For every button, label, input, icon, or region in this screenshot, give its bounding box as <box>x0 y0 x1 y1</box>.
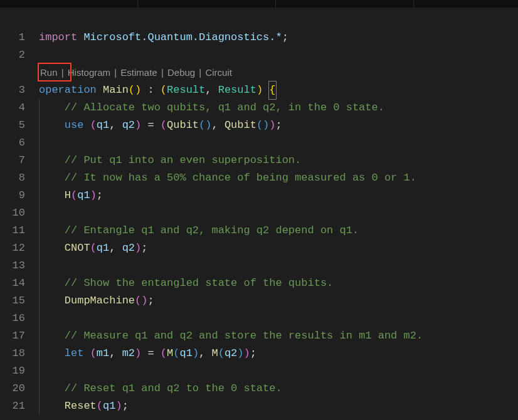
function-call: Qubit <box>225 119 256 131</box>
function-name: Main <box>103 84 129 96</box>
paren-close: ) <box>269 119 275 131</box>
code-line[interactable]: // It now has a 50% chance of being meas… <box>39 169 518 187</box>
indent-guide <box>39 134 40 152</box>
indent-guide <box>39 239 40 257</box>
paren-close: ) <box>135 242 141 254</box>
code-line[interactable] <box>39 204 518 222</box>
code-line[interactable]: // Allocate two qubits, q1 and q2, in th… <box>39 99 518 117</box>
codelens-sep: | <box>112 67 119 78</box>
indent-guide <box>39 275 40 292</box>
paren-close: ) <box>135 119 141 131</box>
code-line[interactable] <box>39 134 518 152</box>
code-line[interactable] <box>39 310 518 327</box>
line-number: 6 <box>0 134 25 152</box>
semicolon: ; <box>122 400 129 412</box>
variable: q2 <box>122 119 135 131</box>
variable: m2 <box>122 347 135 359</box>
indent-guide <box>39 310 40 327</box>
function-call: DumpMachine <box>65 295 135 307</box>
codelens-circuit[interactable]: Circuit <box>205 67 232 78</box>
indent-guide <box>39 222 40 239</box>
paren-open: ( <box>135 295 141 307</box>
paren-close: ) <box>90 189 97 201</box>
paren-close: ) <box>135 347 141 359</box>
code-line[interactable]: // Measure q1 and q2 and store the resul… <box>39 327 518 345</box>
paren-open: ( <box>71 189 77 201</box>
code-line[interactable]: import Microsoft.Quantum.Diagnostics.*; <box>39 29 518 46</box>
code-line[interactable]: // Show the entangled state of the qubit… <box>39 275 518 292</box>
line-number: 19 <box>0 362 25 380</box>
code-line[interactable]: // Put q1 into an even superposition. <box>39 152 518 169</box>
semicolon: ; <box>147 295 154 307</box>
code-line[interactable]: operation Main() : (Result, Result) { <box>39 81 518 99</box>
codelens-run[interactable]: Run <box>40 67 58 78</box>
parens: () <box>129 84 141 96</box>
codelens-sep: | <box>59 67 66 78</box>
indent-guide <box>39 204 40 222</box>
line-number: 2 <box>0 46 25 64</box>
paren-open: ( <box>90 242 97 254</box>
variable: q1 <box>97 242 109 254</box>
code-line[interactable]: Reset(q1); <box>39 397 518 415</box>
line-number: 18 <box>0 345 25 362</box>
comment: // Measure q1 and q2 and store the resul… <box>65 330 423 342</box>
variable: q2 <box>225 347 237 359</box>
paren-open: ( <box>173 347 179 359</box>
code-line[interactable]: // Entangle q1 and q2, making q2 depend … <box>39 222 518 239</box>
indent-guide <box>39 257 40 275</box>
code-line[interactable]: DumpMachine(); <box>39 292 518 310</box>
variable: m1 <box>97 347 109 359</box>
paren-open: ( <box>161 84 167 96</box>
semicolon: ; <box>282 31 288 43</box>
line-number-gutter: 1 2 3 4 5 6 7 8 9 10 11 12 13 14 15 16 1… <box>0 29 39 415</box>
line-number: 5 <box>0 117 25 134</box>
semicolon: ; <box>276 119 282 131</box>
tab-placeholder <box>0 0 138 8</box>
paren-close: ) <box>193 347 199 359</box>
function-call: M <box>167 347 173 359</box>
indent-guide <box>39 187 40 204</box>
code-line[interactable] <box>39 46 518 64</box>
code-line[interactable]: let (m1, m2) = (M(q1), M(q2)); <box>39 345 518 362</box>
variable: q1 <box>77 189 90 201</box>
code-line[interactable] <box>39 362 518 380</box>
code-line[interactable]: H(q1); <box>39 187 518 204</box>
comment: // It now has a 50% chance of being meas… <box>65 172 416 184</box>
variable: q1 <box>97 119 109 131</box>
indent-guide <box>39 380 40 397</box>
line-number: 1 <box>0 29 25 46</box>
line-number: 3 <box>0 81 25 99</box>
code-editor[interactable]: 1 2 3 4 5 6 7 8 9 10 11 12 13 14 15 16 1… <box>0 8 518 415</box>
line-number: 9 <box>0 187 25 204</box>
line-number: 12 <box>0 239 25 257</box>
line-number: 11 <box>0 222 25 239</box>
code-area[interactable]: import Microsoft.Quantum.Diagnostics.*; … <box>39 29 518 415</box>
code-line[interactable] <box>39 257 518 275</box>
code-line[interactable]: use (q1, q2) = (Qubit(), Qubit()); <box>39 117 518 134</box>
keyword-operation: operation <box>39 84 97 96</box>
line-number: 16 <box>0 310 25 327</box>
function-call: CNOT <box>65 242 90 254</box>
comment: // Show the entangled state of the qubit… <box>65 277 333 289</box>
function-call: Qubit <box>167 119 199 131</box>
keyword-import: import <box>39 31 77 43</box>
tab-placeholder <box>276 0 414 8</box>
code-line[interactable]: // Reset q1 and q2 to the 0 state. <box>39 380 518 397</box>
paren-open: ( <box>90 347 97 359</box>
line-number: 8 <box>0 169 25 187</box>
codelens-debug[interactable]: Debug <box>167 67 195 78</box>
function-call: Reset <box>65 400 97 412</box>
indent-guide <box>39 292 40 310</box>
code-line[interactable]: CNOT(q1, q2); <box>39 239 518 257</box>
variable: q1 <box>103 400 115 412</box>
codelens-histogram[interactable]: Histogram <box>68 67 110 78</box>
variable: q1 <box>179 347 192 359</box>
keyword-let: let <box>65 347 84 359</box>
function-call: H <box>65 189 71 201</box>
codelens-estimate[interactable]: Estimate <box>120 67 157 78</box>
variable: q2 <box>122 242 135 254</box>
comment: // Put q1 into an even superposition. <box>65 154 301 166</box>
function-call: M <box>211 347 218 359</box>
paren-close: ) <box>237 347 243 359</box>
indent-guide <box>39 345 40 362</box>
